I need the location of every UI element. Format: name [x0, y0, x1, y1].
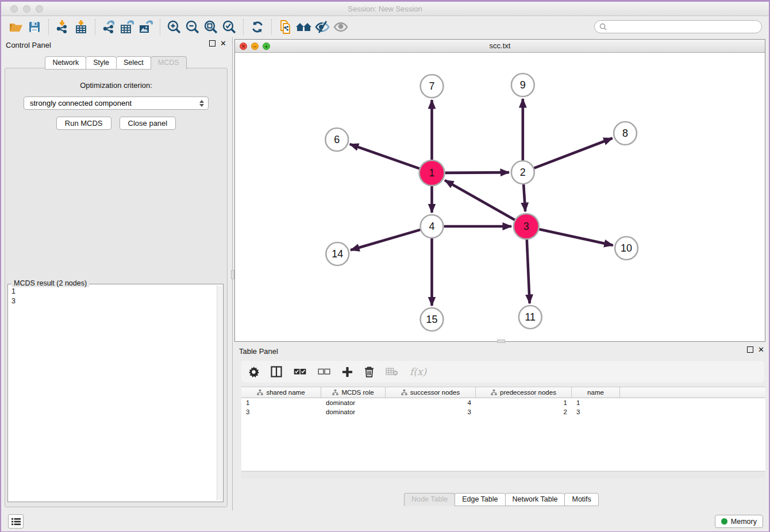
- table-cell[interactable]: dominator: [321, 408, 386, 415]
- export-table-icon: [120, 20, 136, 34]
- save-session-button[interactable]: [25, 18, 44, 36]
- edge-1-6[interactable]: [350, 144, 419, 168]
- edge-1-2[interactable]: [445, 172, 509, 173]
- edge-3-10[interactable]: [539, 229, 613, 245]
- delete-column-button[interactable]: [364, 366, 374, 377]
- float-table-panel-icon[interactable]: [747, 346, 753, 353]
- network-graph[interactable]: 7968124314101511: [235, 53, 765, 341]
- network-close-icon[interactable]: ✕: [240, 43, 247, 50]
- import-network-button[interactable]: [53, 18, 72, 36]
- network-minimize-icon[interactable]: −: [251, 43, 259, 50]
- table-hscrollbar[interactable]: [241, 471, 765, 479]
- table-cell[interactable]: 1: [241, 399, 321, 406]
- import-table-button[interactable]: [72, 18, 90, 36]
- table-cell[interactable]: 3: [572, 408, 620, 415]
- table-row[interactable]: 1dominator411: [241, 398, 765, 407]
- table-cell[interactable]: 2: [476, 408, 572, 415]
- column-header-successor-nodes[interactable]: successor nodes: [386, 387, 476, 398]
- node-table[interactable]: shared nameMCDS rolesuccessor nodesprede…: [241, 387, 765, 471]
- edge-3-11[interactable]: [527, 240, 530, 303]
- table-cell[interactable]: 3: [386, 408, 476, 415]
- refresh-layout-button[interactable]: [248, 18, 267, 36]
- toolbar-separator: [271, 19, 272, 35]
- run-mcds-button[interactable]: Run MCDS: [56, 117, 111, 130]
- zoom-window-icon[interactable]: [36, 5, 43, 13]
- show-details-button[interactable]: [332, 18, 350, 36]
- network-zoom-icon[interactable]: +: [263, 43, 270, 50]
- table-cell[interactable]: 4: [386, 399, 476, 406]
- delete-table-button[interactable]: [386, 367, 398, 376]
- close-panel-button[interactable]: Close panel: [120, 117, 176, 130]
- home-button[interactable]: [295, 18, 313, 36]
- canvas-splitter-grip[interactable]: [497, 340, 505, 343]
- column-header-shared-name[interactable]: shared name: [241, 387, 321, 398]
- graph-node-7[interactable]: 7: [421, 75, 444, 98]
- tab-edge-table[interactable]: Edge Table: [455, 493, 505, 506]
- table-settings-button[interactable]: [248, 367, 259, 377]
- deselect-all-button[interactable]: [318, 368, 330, 376]
- function-builder-button[interactable]: f(x): [410, 366, 426, 377]
- table-cell[interactable]: 3: [241, 408, 321, 415]
- graph-node-14[interactable]: 14: [326, 242, 349, 265]
- column-header-name[interactable]: name: [572, 387, 620, 398]
- export-image-button[interactable]: [137, 18, 155, 36]
- export-image-icon: [138, 20, 154, 34]
- column-header-MCDS-role[interactable]: MCDS role: [321, 387, 386, 398]
- graph-node-6[interactable]: 6: [325, 128, 348, 151]
- column-visibility-button[interactable]: [271, 366, 282, 377]
- hide-details-button[interactable]: [313, 18, 332, 36]
- tab-select[interactable]: Select: [116, 56, 151, 70]
- close-panel-icon[interactable]: ✕: [220, 40, 226, 47]
- table-cell[interactable]: 1: [572, 399, 620, 406]
- graph-node-8[interactable]: 8: [614, 122, 637, 145]
- float-panel-icon[interactable]: [209, 40, 215, 47]
- column-header-predecessor-nodes[interactable]: predecessor nodes: [476, 387, 572, 398]
- tab-style[interactable]: Style: [86, 56, 117, 70]
- zoom-in-button[interactable]: [165, 18, 183, 36]
- edge-2-8[interactable]: [534, 138, 612, 168]
- graph-node-2[interactable]: 2: [511, 161, 534, 184]
- table-cell[interactable]: dominator: [321, 399, 386, 406]
- export-network-button[interactable]: [100, 18, 118, 36]
- network-canvas[interactable]: 7968124314101511: [235, 53, 765, 341]
- table-cell[interactable]: 1: [476, 399, 572, 406]
- zoom-selected-button[interactable]: [220, 18, 238, 36]
- edge-3-1[interactable]: [445, 180, 515, 220]
- toolbar-separator: [160, 19, 160, 35]
- svg-text:15: 15: [426, 314, 438, 325]
- graph-node-9[interactable]: 9: [511, 74, 534, 97]
- minimize-window-icon[interactable]: [23, 5, 30, 13]
- search-field[interactable]: [594, 20, 762, 33]
- criterion-select[interactable]: strongly connected component: [24, 97, 209, 110]
- edge-2-3[interactable]: [523, 184, 525, 211]
- result-scrollbar[interactable]: [217, 286, 222, 500]
- graph-node-1[interactable]: 1: [419, 160, 445, 186]
- tab-network-table[interactable]: Network Table: [505, 493, 565, 506]
- zoom-fit-button[interactable]: [202, 18, 220, 36]
- close-table-panel-icon[interactable]: ✕: [758, 346, 764, 353]
- add-column-button[interactable]: [342, 367, 353, 377]
- column-type-icon: [491, 390, 497, 395]
- application-window: Session: New Session: [1, 2, 769, 531]
- memory-button[interactable]: Memory: [715, 515, 763, 528]
- task-history-button[interactable]: [8, 514, 24, 529]
- network-window-title: scc.txt: [235, 40, 765, 52]
- edge-4-14[interactable]: [351, 230, 420, 250]
- close-window-icon[interactable]: [10, 5, 18, 13]
- select-all-button[interactable]: [294, 368, 306, 376]
- tab-mcds[interactable]: MCDS: [151, 56, 187, 70]
- tab-motifs[interactable]: Motifs: [564, 493, 598, 506]
- tab-node-table[interactable]: Node Table: [404, 493, 455, 506]
- graph-node-15[interactable]: 15: [421, 308, 444, 331]
- open-session-button[interactable]: [7, 18, 25, 36]
- tab-network[interactable]: Network: [45, 56, 86, 70]
- clone-network-button[interactable]: [276, 18, 295, 36]
- zoom-out-button[interactable]: [183, 18, 202, 36]
- graph-node-11[interactable]: 11: [519, 306, 542, 329]
- graph-node-3[interactable]: 3: [514, 214, 539, 239]
- graph-node-10[interactable]: 10: [615, 237, 638, 260]
- graph-node-4[interactable]: 4: [421, 215, 444, 238]
- search-input[interactable]: [610, 23, 757, 31]
- table-row[interactable]: 3dominator323: [241, 407, 765, 417]
- export-table-button[interactable]: [118, 18, 137, 36]
